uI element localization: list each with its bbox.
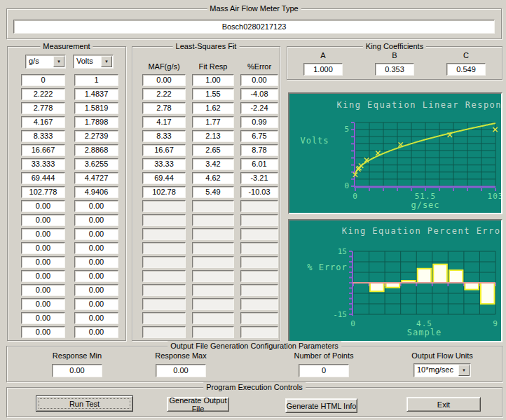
measurement-flow-value[interactable]: 0.00 [21,242,65,254]
number-of-points-label: Number of Points [271,351,376,360]
linear-response-plot: King Equation Linear ResponseVolts50051.… [289,94,501,213]
svg-text:103: 103 [488,192,501,201]
svg-text:0: 0 [353,192,358,201]
lsf-maf-value [142,270,186,282]
measurement-flow-value[interactable]: 0 [21,74,65,86]
lsf-fit-resp-value [192,326,234,338]
measurement-response-value[interactable]: 0.00 [74,284,118,296]
response-min-input[interactable]: 0.00 [52,364,102,377]
measurement-flow-value[interactable]: 102.778 [21,186,65,198]
measurement-flow-value[interactable]: 0.00 [21,200,65,212]
lsf-percent-error-value [240,326,278,338]
lsf-percent-error-value [240,242,278,254]
lsf-maf-value: 2.22 [142,88,186,100]
measurement-flow-value[interactable]: 2.778 [21,102,65,114]
king-coefficient-a-label: A [287,51,359,59]
measurement-response-value[interactable]: 4.4727 [74,172,118,184]
measurement-response-value[interactable]: 3.6255 [74,158,118,170]
lsf-percent-error-value [240,256,278,268]
number-of-points-input[interactable]: 0 [299,364,349,377]
lsf-percent-error-value [240,200,278,212]
measurement-response-value[interactable]: 0.00 [74,298,118,310]
lsf-fit-resp-value: 2.65 [192,144,234,156]
lsf-percent-error-value [240,214,278,226]
lsf-maf-value: 16.67 [142,144,186,156]
measurement-response-value[interactable]: 4.9406 [74,186,118,198]
measurement-response-value[interactable]: 1 [74,74,118,86]
measurement-flow-value[interactable]: 4.167 [21,116,65,128]
program-controls-group-label: Program Execution Controls [203,382,306,392]
response-max-field: Response Max 0.00 [128,351,233,377]
measurement-flow-value[interactable]: 0.00 [21,256,65,268]
measurement-flow-value[interactable]: 0.00 [21,270,65,282]
lsf-percent-error-value: -2.24 [240,102,278,114]
measurement-flow-value[interactable]: 2.222 [21,88,65,100]
measurement-response-value[interactable]: 0.00 [74,228,118,240]
measurement-rows: 012.2221.48372.7781.58194.1671.78988.333… [21,74,118,338]
run-test-button[interactable]: Run Test [36,396,133,412]
meter-type-group: Mass Air Flow Meter Type Bosch0280217123 [6,8,502,39]
measurement-response-value[interactable]: 0.00 [74,242,118,254]
measurement-flow-value[interactable]: 0.00 [21,326,65,338]
measurement-response-value[interactable]: 0.00 [74,200,118,212]
lsf-percent-error-value: 6.01 [240,158,278,170]
lsf-percent-error-value: -3.21 [240,172,278,184]
lsf-fit-resp-value: 5.49 [192,186,234,198]
output-flow-units-select[interactable]: 10*mg/sec ▼ [413,363,471,377]
least-squares-headers: MAF(g/s) Fit Resp %Error [142,62,278,71]
measurement-flow-value[interactable]: 0.00 [21,312,65,324]
measurement-response-value[interactable]: 0.00 [74,312,118,324]
meter-type-input[interactable]: Bosch0280217123 [13,20,495,34]
response-unit-select[interactable]: Volts ▼ [73,55,114,69]
measurement-flow-value[interactable]: 16.667 [21,144,65,156]
lsf-fit-resp-value: 4.62 [192,172,234,184]
lsf-fit-resp-value [192,256,234,268]
king-coefficient-b: B 0.353 [359,47,430,79]
percent-error-plot: King Equation Percent Error% Error15-150… [289,220,501,341]
lsf-percent-error-value: -4.08 [240,88,278,100]
chevron-down-icon[interactable]: ▼ [458,365,470,376]
lsf-fit-resp-value: 1.77 [192,116,234,128]
measurement-flow-value[interactable]: 69.444 [21,172,65,184]
response-max-input[interactable]: 0.00 [156,364,206,377]
output-config-group: Output File Generation Configuration Par… [6,346,502,382]
response-unit-selected: Volts [76,57,93,65]
measurement-flow-value[interactable]: 0.00 [21,228,65,240]
lsf-fit-resp-value [192,228,234,240]
chevron-down-icon[interactable]: ▼ [101,56,112,67]
measurement-flow-value[interactable]: 0.00 [21,214,65,226]
lsf-percent-error-value [240,270,278,282]
flow-unit-select[interactable]: g/s ▼ [25,55,66,69]
measurement-response-value[interactable]: 0.00 [74,256,118,268]
measurement-flow-value[interactable]: 33.333 [21,158,65,170]
measurement-response-value[interactable]: 0.00 [74,326,118,338]
measurement-response-value[interactable]: 2.2739 [74,130,118,142]
measurement-response-value[interactable]: 1.7898 [74,116,118,128]
measurement-flow-value[interactable]: 0.00 [21,284,65,296]
measurement-response-value[interactable]: 2.8868 [74,144,118,156]
lsf-maf-value: 33.33 [142,158,186,170]
lsf-maf-value [142,312,186,324]
measurement-response-value[interactable]: 1.5819 [74,102,118,114]
generate-output-file-button[interactable]: Generate Output File [167,397,229,412]
chevron-down-icon[interactable]: ▼ [53,56,64,67]
svg-text:0: 0 [344,181,349,190]
measurement-flow-value[interactable]: 0.00 [21,298,65,310]
svg-text:King Equation Percent Error: King Equation Percent Error [342,226,501,236]
measurement-response-value[interactable]: 0.00 [74,214,118,226]
king-coefficient-a: A 1.000 [287,47,359,79]
lsf-maf-value [142,256,186,268]
response-max-label: Response Max [128,351,233,360]
king-coefficient-b-label: B [359,51,430,59]
measurement-flow-value[interactable]: 8.333 [21,130,65,142]
measurement-response-value[interactable]: 0.00 [74,270,118,282]
lsf-percent-error-value: 0.00 [240,74,278,86]
generate-html-info-button[interactable]: Generate HTML Info [285,398,357,413]
lsf-maf-value [142,214,186,226]
king-coefficient-c-label: C [430,51,502,59]
output-flow-units-selected: 10*mg/sec [417,365,453,374]
measurement-response-value[interactable]: 1.4837 [74,88,118,100]
exit-button[interactable]: Exit [406,397,481,412]
lsf-percent-error-value: 6.75 [240,130,278,142]
king-coefficient-c-value: 0.549 [446,63,486,76]
